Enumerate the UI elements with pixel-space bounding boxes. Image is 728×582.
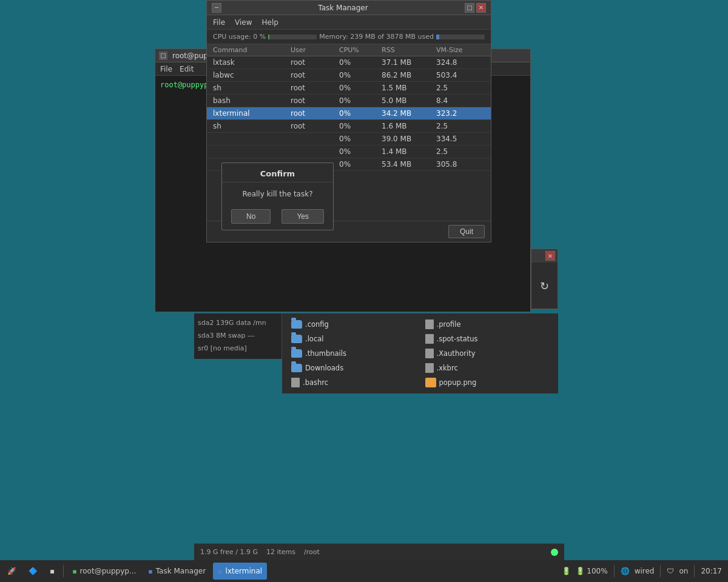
taskbar-taskmanager-task[interactable]: ▪ Task Manager [143, 563, 211, 580]
file-name: popup.png [439, 378, 477, 387]
rotate-panel: ✕ ↻ [531, 249, 558, 309]
network-status-dot [551, 549, 558, 556]
row-user: root [291, 84, 339, 92]
folder-icon [291, 320, 302, 329]
folder-icon [291, 335, 302, 343]
on-label: on [679, 567, 688, 575]
row-command: sh [213, 84, 291, 92]
confirm-yes-button[interactable]: Yes [281, 209, 324, 224]
file-name: .spot-status [437, 335, 478, 343]
taskmanager-row[interactable]: sh root 0% 1.5 MB 2.5 [207, 82, 491, 95]
taskmanager-restore-btn[interactable]: □ [465, 3, 474, 13]
file-item[interactable]: .spot-status [423, 333, 551, 345]
file-item[interactable]: .local [289, 333, 417, 345]
taskmanager-close-buttons: □ ✕ [465, 3, 486, 13]
disk-item-sr0[interactable]: sr0 [no media] [198, 343, 278, 355]
taskbar-lxterminal-task[interactable]: ▪ lxterminal [213, 563, 267, 580]
taskmanager-row[interactable]: lxtask root 0% 37.1 MB 324.8 [207, 56, 491, 69]
terminal-minimize-btn[interactable]: □ [159, 52, 167, 60]
disk-item-sda3[interactable]: sda3 8M swap --- [198, 330, 278, 343]
file-item[interactable]: .Xauthority [423, 347, 551, 360]
row-vmsize: 8.4 [436, 96, 485, 105]
row-cpu: 0% [339, 147, 382, 156]
taskmanager-menu-help[interactable]: Help [262, 18, 278, 27]
taskmanager-row[interactable]: 0% 1.4 MB 2.5 [207, 146, 491, 158]
row-user: root [291, 71, 339, 79]
taskmanager-row[interactable]: bash root 0% 5.0 MB 8.4 [207, 95, 491, 107]
lxterminal-task-icon: ▪ [218, 567, 222, 575]
disk-item-sda2[interactable]: sda2 139G data /mn [198, 317, 278, 330]
file-item[interactable]: .config [289, 318, 417, 330]
row-user: root [291, 58, 339, 67]
row-rss: 34.2 MB [382, 109, 436, 118]
file-item[interactable]: Downloads [289, 362, 417, 374]
row-rss: 1.5 MB [382, 84, 436, 92]
row-vmsize: 323.2 [436, 109, 485, 118]
taskbar-separator1 [63, 565, 64, 577]
shield-icon: 🛡 [667, 567, 674, 575]
battery-icon: 🔋 [562, 567, 571, 575]
filemanager-statusbar: 1.9 G free / 1.9 G 12 items /root [194, 543, 564, 560]
taskmanager-task-icon: ▪ [148, 567, 152, 575]
taskbar-sep3 [660, 565, 661, 577]
taskmanager-quit-button[interactable]: Quit [448, 225, 485, 238]
network-icon: 🌐 [621, 567, 630, 575]
file-item[interactable]: .xkbrc [423, 362, 551, 374]
row-rss: 39.0 MB [382, 135, 436, 143]
row-user: root [291, 122, 339, 130]
confirm-no-button[interactable]: No [231, 209, 271, 224]
taskbar-terminal-task[interactable]: ▪ root@puppyp... [67, 563, 141, 580]
row-vmsize: 334.5 [436, 135, 485, 143]
folder-icon [291, 349, 302, 358]
file-item[interactable]: .thumbnails [289, 347, 417, 360]
file-name: .bashrc [303, 378, 328, 387]
rotate-titlebar: ✕ [531, 249, 558, 263]
file-name: Downloads [305, 364, 343, 372]
rotate-btn[interactable]: ↻ [531, 263, 558, 309]
row-command [213, 147, 291, 156]
row-vmsize: 2.5 [436, 84, 485, 92]
terminal-menu-file[interactable]: File [160, 65, 172, 73]
terminal-menu-edit[interactable]: Edit [180, 65, 194, 73]
row-rss: 86.2 MB [382, 71, 436, 79]
launcher-icon: 🚀 [7, 567, 16, 575]
network-label: wired [635, 567, 655, 575]
taskmanager-row[interactable]: lxterminal root 0% 34.2 MB 323.2 [207, 107, 491, 120]
file-name: .config [305, 320, 329, 329]
file-name: .Xauthority [437, 349, 476, 358]
row-cpu: 0% [339, 58, 382, 67]
row-vmsize: 503.4 [436, 71, 485, 79]
file-item[interactable]: .bashrc [289, 376, 417, 389]
row-rss: 1.4 MB [382, 147, 436, 156]
taskmanager-menu-file[interactable]: File [213, 18, 225, 27]
cpu-bar [268, 35, 317, 39]
taskmanager-table-header: Command User CPU% RSS VM-Size [207, 44, 491, 56]
taskmanager-close-btn[interactable]: ✕ [476, 3, 486, 13]
taskmanager-menubar: File View Help [207, 15, 491, 30]
row-command: lxtask [213, 58, 291, 67]
taskmanager-row[interactable]: 0% 39.0 MB 334.5 [207, 133, 491, 146]
statusbar-info: 1.9 G free / 1.9 G 12 items /root [200, 548, 320, 556]
rotate-close-btn[interactable]: ✕ [545, 251, 555, 261]
file-item[interactable]: .profile [423, 318, 551, 330]
row-rss: 53.4 MB [382, 160, 436, 169]
taskbar-terminal-icon[interactable]: ▪ [45, 563, 59, 580]
file-name: .thumbnails [305, 349, 346, 358]
taskmanager-menu-view[interactable]: View [235, 18, 252, 27]
taskbar-terminal-label: root@puppyp... [80, 567, 136, 575]
taskmanager-row[interactable]: labwc root 0% 86.2 MB 503.4 [207, 69, 491, 82]
row-user: root [291, 96, 339, 105]
file-item[interactable]: popup.png [423, 376, 551, 389]
battery-label: 🔋 100% [576, 567, 608, 575]
row-cpu: 0% [339, 160, 382, 169]
taskbar-launcher[interactable]: 🚀 [2, 563, 21, 580]
memory-bar-fill [436, 35, 439, 39]
taskbar-app2[interactable]: 🔷 [24, 563, 42, 580]
taskmanager-minimize-btn[interactable]: ─ [212, 3, 221, 13]
taskmanager-row[interactable]: sh root 0% 1.6 MB 2.5 [207, 120, 491, 133]
col-command: Command [213, 46, 291, 54]
memory-label: Memory: 239 MB of 3878 MB used [319, 33, 434, 41]
taskbar-lxterminal-label: lxterminal [226, 567, 263, 575]
taskbar-taskmanager-label: Task Manager [156, 567, 206, 575]
file-name: .profile [437, 320, 461, 329]
